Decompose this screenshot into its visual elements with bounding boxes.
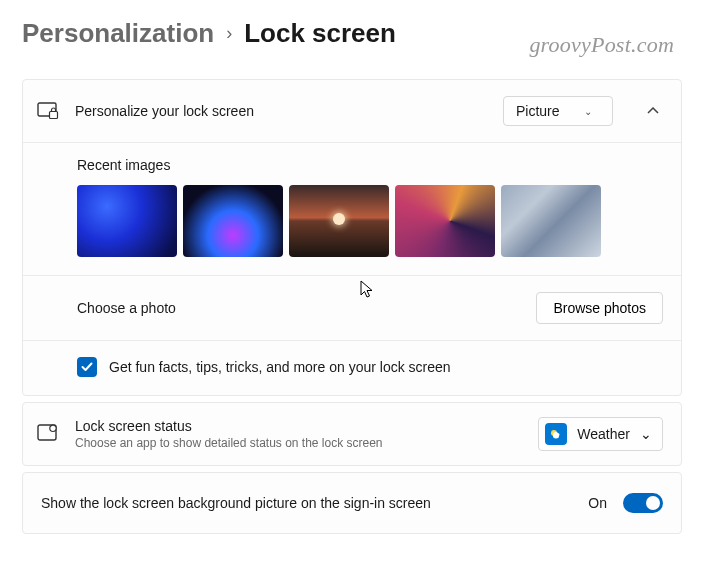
recent-image-thumb[interactable]: [183, 185, 283, 257]
personalize-card: Personalize your lock screen Picture ⌄ R…: [22, 79, 682, 396]
fun-facts-label: Get fun facts, tips, tricks, and more on…: [109, 359, 451, 375]
browse-photos-button[interactable]: Browse photos: [536, 292, 663, 324]
chevron-right-icon: ›: [226, 23, 232, 44]
fun-facts-checkbox[interactable]: [77, 357, 97, 377]
recent-images-section: Recent images: [23, 143, 681, 275]
signin-toggle-state: On: [588, 495, 607, 511]
status-dropdown-value: Weather: [577, 426, 630, 442]
personalize-header: Personalize your lock screen Picture ⌄: [23, 80, 681, 142]
background-type-dropdown[interactable]: Picture ⌄: [503, 96, 613, 126]
status-card: Lock screen status Choose an app to show…: [22, 402, 682, 466]
signin-background-label: Show the lock screen background picture …: [41, 495, 576, 511]
lock-screen-icon: [37, 100, 59, 122]
personalize-title: Personalize your lock screen: [75, 103, 487, 119]
recent-image-thumb[interactable]: [395, 185, 495, 257]
recent-image-thumb[interactable]: [289, 185, 389, 257]
choose-photo-row: Choose a photo Browse photos: [23, 276, 681, 340]
chevron-down-icon: ⌄: [584, 106, 592, 117]
signin-background-card: Show the lock screen background picture …: [22, 472, 682, 534]
choose-photo-label: Choose a photo: [77, 300, 524, 316]
svg-rect-1: [50, 112, 58, 119]
dropdown-value: Picture: [516, 103, 560, 119]
fun-facts-row: Get fun facts, tips, tricks, and more on…: [23, 341, 681, 395]
chevron-down-icon: ⌄: [640, 426, 652, 442]
status-app-dropdown[interactable]: Weather ⌄: [538, 417, 663, 451]
recent-images-label: Recent images: [77, 157, 663, 173]
svg-point-3: [50, 425, 56, 431]
signin-background-toggle[interactable]: [623, 493, 663, 513]
breadcrumb-parent[interactable]: Personalization: [22, 18, 214, 49]
breadcrumb-current: Lock screen: [244, 18, 396, 49]
collapse-chevron[interactable]: [643, 100, 663, 122]
weather-icon: [545, 423, 567, 445]
recent-image-thumb[interactable]: [501, 185, 601, 257]
recent-image-thumb[interactable]: [77, 185, 177, 257]
status-text: Lock screen status Choose an app to show…: [75, 418, 522, 450]
watermark: groovyPost.com: [529, 32, 674, 58]
recent-images-row: [77, 185, 663, 257]
status-title: Lock screen status: [75, 418, 522, 434]
status-icon: [37, 423, 59, 445]
status-subtitle: Choose an app to show detailed status on…: [75, 436, 522, 450]
